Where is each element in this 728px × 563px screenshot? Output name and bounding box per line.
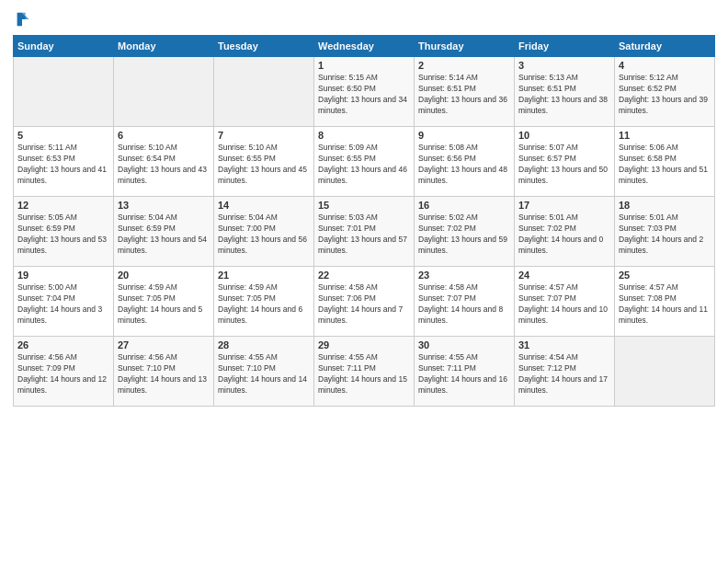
day-info-29: Sunrise: 4:55 AM Sunset: 7:11 PM Dayligh… bbox=[318, 352, 410, 396]
week-row-5: 26Sunrise: 4:56 AM Sunset: 7:09 PM Dayli… bbox=[14, 337, 715, 407]
day-cell-28: 28Sunrise: 4:55 AM Sunset: 7:10 PM Dayli… bbox=[214, 337, 314, 407]
day-number-5: 5 bbox=[17, 130, 109, 141]
day-cell-12: 12Sunrise: 5:05 AM Sunset: 6:59 PM Dayli… bbox=[14, 197, 114, 267]
day-cell-15: 15Sunrise: 5:03 AM Sunset: 7:01 PM Dayli… bbox=[314, 197, 415, 267]
day-info-21: Sunrise: 4:59 AM Sunset: 7:05 PM Dayligh… bbox=[218, 282, 310, 327]
day-cell-1: 1Sunrise: 5:15 AM Sunset: 6:50 PM Daylig… bbox=[314, 57, 415, 127]
day-info-20: Sunrise: 4:59 AM Sunset: 7:05 PM Dayligh… bbox=[118, 282, 210, 327]
logo-flag-icon bbox=[14, 11, 30, 28]
day-cell-17: 17Sunrise: 5:01 AM Sunset: 7:02 PM Dayli… bbox=[515, 197, 615, 267]
day-cell-3: 3Sunrise: 5:13 AM Sunset: 6:51 PM Daylig… bbox=[515, 57, 615, 127]
header-saturday: Saturday bbox=[615, 36, 715, 57]
day-info-15: Sunrise: 5:03 AM Sunset: 7:01 PM Dayligh… bbox=[318, 213, 410, 257]
day-info-13: Sunrise: 5:04 AM Sunset: 6:59 PM Dayligh… bbox=[118, 213, 210, 257]
day-cell-11: 11Sunrise: 5:06 AM Sunset: 6:58 PM Dayli… bbox=[615, 127, 715, 197]
day-info-30: Sunrise: 4:55 AM Sunset: 7:11 PM Dayligh… bbox=[418, 352, 510, 396]
day-info-9: Sunrise: 5:08 AM Sunset: 6:56 PM Dayligh… bbox=[418, 143, 510, 187]
day-number-13: 13 bbox=[118, 200, 210, 211]
day-number-23: 23 bbox=[418, 270, 510, 281]
day-info-25: Sunrise: 4:57 AM Sunset: 7:08 PM Dayligh… bbox=[619, 282, 711, 327]
day-cell-9: 9Sunrise: 5:08 AM Sunset: 6:56 PM Daylig… bbox=[415, 127, 515, 197]
header-wednesday: Wednesday bbox=[314, 36, 415, 57]
day-info-27: Sunrise: 4:56 AM Sunset: 7:10 PM Dayligh… bbox=[118, 352, 210, 396]
day-info-11: Sunrise: 5:06 AM Sunset: 6:58 PM Dayligh… bbox=[619, 143, 711, 187]
day-info-17: Sunrise: 5:01 AM Sunset: 7:02 PM Dayligh… bbox=[518, 213, 610, 257]
day-cell-empty bbox=[114, 57, 214, 127]
day-cell-4: 4Sunrise: 5:12 AM Sunset: 6:52 PM Daylig… bbox=[615, 57, 715, 127]
day-number-25: 25 bbox=[619, 270, 711, 281]
day-number-29: 29 bbox=[318, 339, 410, 350]
day-info-2: Sunrise: 5:14 AM Sunset: 6:51 PM Dayligh… bbox=[418, 73, 510, 117]
day-number-8: 8 bbox=[318, 130, 410, 141]
calendar-header-row: SundayMondayTuesdayWednesdayThursdayFrid… bbox=[14, 36, 715, 57]
day-cell-30: 30Sunrise: 4:55 AM Sunset: 7:11 PM Dayli… bbox=[415, 337, 515, 407]
day-cell-31: 31Sunrise: 4:54 AM Sunset: 7:12 PM Dayli… bbox=[515, 337, 615, 407]
day-cell-18: 18Sunrise: 5:01 AM Sunset: 7:03 PM Dayli… bbox=[615, 197, 715, 267]
header-tuesday: Tuesday bbox=[214, 36, 314, 57]
day-info-26: Sunrise: 4:56 AM Sunset: 7:09 PM Dayligh… bbox=[17, 352, 109, 396]
day-number-16: 16 bbox=[418, 200, 510, 211]
day-number-15: 15 bbox=[318, 200, 410, 211]
day-number-20: 20 bbox=[118, 270, 210, 281]
day-cell-8: 8Sunrise: 5:09 AM Sunset: 6:55 PM Daylig… bbox=[314, 127, 415, 197]
day-info-5: Sunrise: 5:11 AM Sunset: 6:53 PM Dayligh… bbox=[17, 143, 109, 187]
week-row-1: 1Sunrise: 5:15 AM Sunset: 6:50 PM Daylig… bbox=[14, 57, 715, 127]
day-cell-22: 22Sunrise: 4:58 AM Sunset: 7:06 PM Dayli… bbox=[314, 267, 415, 337]
day-info-22: Sunrise: 4:58 AM Sunset: 7:06 PM Dayligh… bbox=[318, 282, 410, 327]
day-info-8: Sunrise: 5:09 AM Sunset: 6:55 PM Dayligh… bbox=[318, 143, 410, 187]
day-number-24: 24 bbox=[518, 270, 610, 281]
day-info-6: Sunrise: 5:10 AM Sunset: 6:54 PM Dayligh… bbox=[118, 143, 210, 187]
day-cell-empty bbox=[214, 57, 314, 127]
week-row-4: 19Sunrise: 5:00 AM Sunset: 7:04 PM Dayli… bbox=[14, 267, 715, 337]
day-info-28: Sunrise: 4:55 AM Sunset: 7:10 PM Dayligh… bbox=[218, 352, 310, 396]
day-cell-10: 10Sunrise: 5:07 AM Sunset: 6:57 PM Dayli… bbox=[515, 127, 615, 197]
header-thursday: Thursday bbox=[415, 36, 515, 57]
day-cell-27: 27Sunrise: 4:56 AM Sunset: 7:10 PM Dayli… bbox=[114, 337, 214, 407]
day-number-1: 1 bbox=[318, 60, 410, 71]
day-number-12: 12 bbox=[17, 200, 109, 211]
day-cell-16: 16Sunrise: 5:02 AM Sunset: 7:02 PM Dayli… bbox=[415, 197, 515, 267]
day-number-27: 27 bbox=[118, 339, 210, 350]
day-cell-empty bbox=[14, 57, 114, 127]
day-info-1: Sunrise: 5:15 AM Sunset: 6:50 PM Dayligh… bbox=[318, 73, 410, 117]
week-row-2: 5Sunrise: 5:11 AM Sunset: 6:53 PM Daylig… bbox=[14, 127, 715, 197]
day-info-23: Sunrise: 4:58 AM Sunset: 7:07 PM Dayligh… bbox=[418, 282, 510, 327]
header-monday: Monday bbox=[114, 36, 214, 57]
day-cell-21: 21Sunrise: 4:59 AM Sunset: 7:05 PM Dayli… bbox=[214, 267, 314, 337]
day-info-12: Sunrise: 5:05 AM Sunset: 6:59 PM Dayligh… bbox=[17, 213, 109, 257]
day-number-18: 18 bbox=[619, 200, 711, 211]
logo bbox=[13, 11, 30, 28]
header-friday: Friday bbox=[515, 36, 615, 57]
day-cell-23: 23Sunrise: 4:58 AM Sunset: 7:07 PM Dayli… bbox=[415, 267, 515, 337]
day-number-10: 10 bbox=[518, 130, 610, 141]
day-cell-empty bbox=[615, 337, 715, 407]
day-number-6: 6 bbox=[118, 130, 210, 141]
day-number-11: 11 bbox=[619, 130, 711, 141]
day-cell-5: 5Sunrise: 5:11 AM Sunset: 6:53 PM Daylig… bbox=[14, 127, 114, 197]
day-cell-20: 20Sunrise: 4:59 AM Sunset: 7:05 PM Dayli… bbox=[114, 267, 214, 337]
day-number-17: 17 bbox=[518, 200, 610, 211]
day-cell-25: 25Sunrise: 4:57 AM Sunset: 7:08 PM Dayli… bbox=[615, 267, 715, 337]
header-sunday: Sunday bbox=[14, 36, 114, 57]
calendar: SundayMondayTuesdayWednesdayThursdayFrid… bbox=[13, 35, 715, 407]
day-cell-26: 26Sunrise: 4:56 AM Sunset: 7:09 PM Dayli… bbox=[14, 337, 114, 407]
week-row-3: 12Sunrise: 5:05 AM Sunset: 6:59 PM Dayli… bbox=[14, 197, 715, 267]
day-number-30: 30 bbox=[418, 339, 510, 350]
day-info-31: Sunrise: 4:54 AM Sunset: 7:12 PM Dayligh… bbox=[518, 352, 610, 396]
day-info-3: Sunrise: 5:13 AM Sunset: 6:51 PM Dayligh… bbox=[518, 73, 610, 117]
day-cell-29: 29Sunrise: 4:55 AM Sunset: 7:11 PM Dayli… bbox=[314, 337, 415, 407]
day-number-28: 28 bbox=[218, 339, 310, 350]
day-info-19: Sunrise: 5:00 AM Sunset: 7:04 PM Dayligh… bbox=[17, 282, 109, 327]
day-number-4: 4 bbox=[619, 60, 711, 71]
day-number-21: 21 bbox=[218, 270, 310, 281]
day-number-9: 9 bbox=[418, 130, 510, 141]
day-number-31: 31 bbox=[518, 339, 610, 350]
day-number-7: 7 bbox=[218, 130, 310, 141]
day-cell-19: 19Sunrise: 5:00 AM Sunset: 7:04 PM Dayli… bbox=[14, 267, 114, 337]
header bbox=[13, 11, 715, 28]
day-info-10: Sunrise: 5:07 AM Sunset: 6:57 PM Dayligh… bbox=[518, 143, 610, 187]
day-info-24: Sunrise: 4:57 AM Sunset: 7:07 PM Dayligh… bbox=[518, 282, 610, 327]
day-number-26: 26 bbox=[17, 339, 109, 350]
logo-text bbox=[13, 11, 30, 28]
day-info-14: Sunrise: 5:04 AM Sunset: 7:00 PM Dayligh… bbox=[218, 213, 310, 257]
